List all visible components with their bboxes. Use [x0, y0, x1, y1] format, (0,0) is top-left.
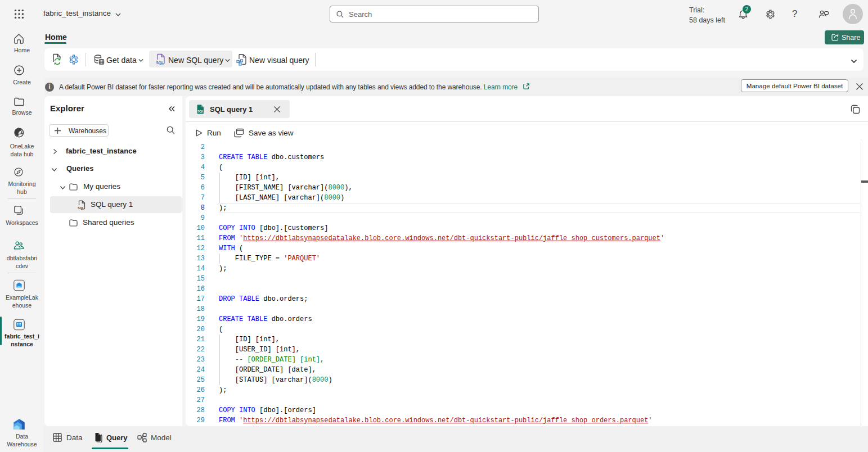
svg-text:SQL: SQL [197, 110, 204, 113]
svg-text:SQL: SQL [78, 206, 84, 210]
svg-text:SQL: SQL [156, 61, 164, 65]
